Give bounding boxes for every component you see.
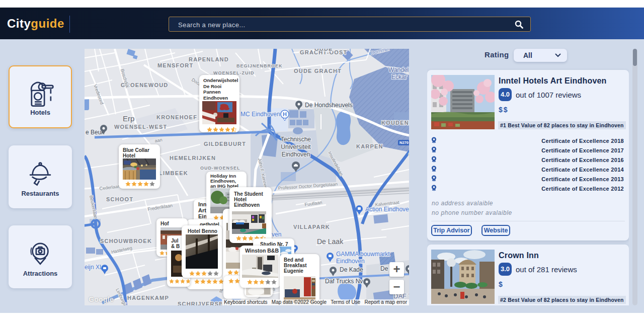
svg-text:MC Eindhoven: MC Eindhoven <box>240 111 280 118</box>
svg-text:De: De <box>380 265 388 272</box>
svg-text:eijn XL: eijn XL <box>85 264 103 271</box>
svg-text:GILDEBUURT: GILDEBUURT <box>204 141 246 147</box>
svg-text:aan: aan <box>154 137 163 143</box>
svg-text:De Kade: De Kade <box>340 266 363 273</box>
svg-text:MENSFORT: MENSFORT <box>157 62 193 68</box>
svg-text:BEGIJNENBROEK: BEGIJNENBROEK <box>236 63 283 68</box>
svg-text:KARPEN: KARPEN <box>356 143 383 149</box>
svg-text:Wandelp: Wandelp <box>388 66 409 73</box>
svg-text:Action Eindhoven: Action Eindhoven <box>365 206 409 213</box>
svg-text:HAGENKAMP: HAGENKAMP <box>127 295 169 301</box>
svg-text:De Laak: De Laak <box>317 237 344 246</box>
svg-text:ven: ven <box>272 231 281 238</box>
svg-text:SCHOUWBROEK: SCHOUWBROEK <box>100 238 152 244</box>
svg-text:OUDE GRACHT: OUDE GRACHT <box>294 68 342 74</box>
svg-text:RAPENLAND: RAPENLAND <box>189 56 229 62</box>
svg-text:Technische: Technische <box>281 136 311 143</box>
svg-text:OUD-WOENSEL: OUD-WOENSEL <box>200 166 240 171</box>
svg-text:De Hondsheuvels: De Hondsheuvels <box>305 102 353 109</box>
svg-text:N270: N270 <box>399 140 409 145</box>
svg-text:Eckar: Eckar <box>391 73 407 80</box>
svg-text:WOENSEL-WEST: WOENSEL-WEST <box>114 124 167 130</box>
svg-text:Erp: Erp <box>123 114 134 123</box>
svg-text:VILLAPARK: VILLAPARK <box>293 224 330 230</box>
svg-text:Daf Trucks Nv: Daf Trucks Nv <box>325 278 363 285</box>
svg-text:Eindhoven: Eindhoven <box>336 258 365 265</box>
svg-text:OUD-: OUD- <box>409 151 409 157</box>
svg-text:H: H <box>283 111 287 117</box>
svg-text:KOUDENHO: KOUDENHO <box>381 120 409 126</box>
svg-text:HEMELRIJKEN: HEMELRIJKEN <box>170 155 216 161</box>
svg-text:Eindhoven: Eindhoven <box>282 151 310 158</box>
svg-text:GAMMA bouwmarkt: GAMMA bouwmarkt <box>336 251 390 258</box>
svg-text:LIMBEEK: LIMBEEK <box>159 170 188 176</box>
svg-text:OUDE: OUDE <box>314 49 333 52</box>
svg-text:KRONEHOEF: KRONEHOEF <box>156 114 197 120</box>
svg-text:Universiteit: Universiteit <box>281 143 311 150</box>
svg-text:SCHOOT: SCHOOT <box>106 196 133 202</box>
